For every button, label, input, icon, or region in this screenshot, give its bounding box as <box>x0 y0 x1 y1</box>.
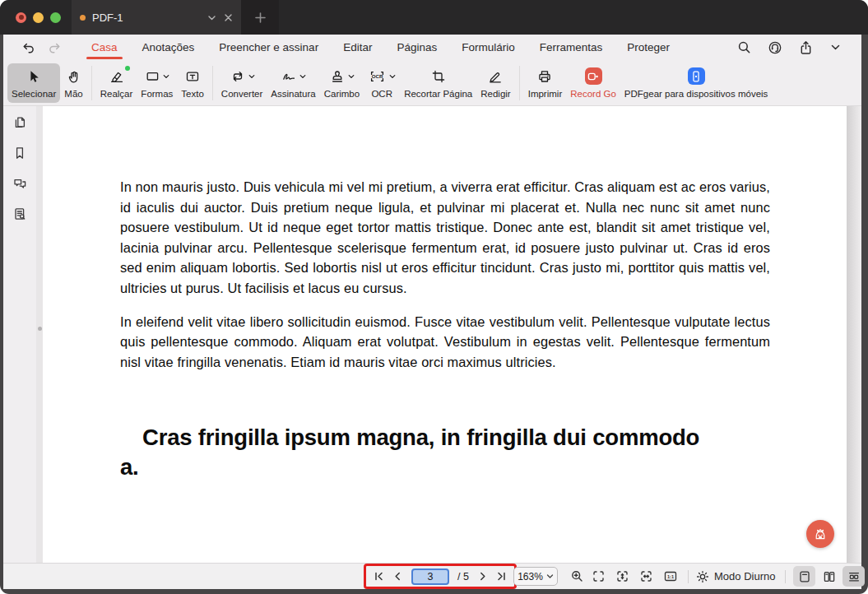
carimbo-button[interactable]: Carimbo <box>320 63 364 103</box>
next-page-button[interactable] <box>477 571 488 582</box>
redigir-button[interactable]: Redigir <box>476 63 514 103</box>
vertical-scrollbar[interactable] <box>847 106 861 563</box>
maximize-window-button[interactable] <box>50 12 61 23</box>
actual-size-button[interactable]: 1:1 <box>664 570 677 582</box>
imprimir-label: Imprimir <box>528 89 563 99</box>
chevron-down-icon <box>299 73 306 80</box>
converter-label: Converter <box>221 89 263 99</box>
chevron-down-icon <box>389 73 396 80</box>
record-go-button[interactable]: Record Go <box>566 63 620 103</box>
toolbar-divider <box>212 66 213 100</box>
pdf-page[interactable]: In non mauris justo. Duis vehicula mi ve… <box>43 106 847 563</box>
text-box-icon <box>184 67 201 86</box>
history-controls <box>21 41 62 54</box>
carimbo-label: Carimbo <box>324 89 360 99</box>
ribbon-tab-proteger[interactable]: Proteger <box>622 35 675 60</box>
recortar-pagina-label: Recortar Página <box>404 89 472 99</box>
active-color-dot <box>125 66 130 71</box>
hand-icon <box>66 67 82 86</box>
document-heading: Cras fringilla ipsum magna, in fringilla… <box>120 423 770 482</box>
last-page-button[interactable] <box>496 571 507 582</box>
pdf-page-content: In non mauris justo. Duis vehicula mi ve… <box>120 177 770 482</box>
svg-text:OCR: OCR <box>372 73 383 79</box>
bookmarks-icon[interactable] <box>8 142 31 164</box>
document-paragraph-2: In eleifend velit vitae libero sollicitu… <box>120 312 770 373</box>
ribbon-tab-preencher-e-assinar[interactable]: Preencher e assinar <box>214 35 323 60</box>
zoom-level-value: 163% <box>518 571 543 582</box>
fit-controls: 1:1 <box>592 564 677 589</box>
toolbar-divider <box>91 66 92 100</box>
zoom-level-select[interactable]: 163% <box>513 567 558 586</box>
fit-page-button[interactable] <box>592 570 605 582</box>
comments-icon[interactable] <box>8 173 31 194</box>
minimize-window-button[interactable] <box>33 12 44 23</box>
crop-icon <box>430 67 447 86</box>
splitter-grip[interactable] <box>38 327 42 331</box>
undo-button[interactable] <box>21 41 35 54</box>
ribbon-tab-editar[interactable]: Editar <box>338 35 377 60</box>
document-tab[interactable]: PDF-1 <box>72 0 241 35</box>
document-paragraph-1: In non mauris justo. Duis vehicula mi ve… <box>120 177 770 299</box>
mao-button[interactable]: Mão <box>60 63 86 103</box>
stamp-icon <box>329 67 355 86</box>
selecionar-button[interactable]: Selecionar <box>7 63 60 103</box>
toolbar-divider <box>519 66 520 100</box>
realcar-button[interactable]: Realçar <box>96 63 137 103</box>
redact-pen-icon <box>487 67 504 86</box>
realcar-label: Realçar <box>100 89 133 99</box>
zoom-in-button[interactable] <box>571 570 583 582</box>
ribbon-tab-paginas[interactable]: Páginas <box>392 35 442 60</box>
shapes-icon <box>145 67 169 86</box>
previous-page-button[interactable] <box>392 571 403 582</box>
signature-icon <box>281 67 306 86</box>
search-icon[interactable] <box>737 40 751 54</box>
window-controls <box>16 12 61 23</box>
collapse-ribbon-chevron-icon[interactable] <box>829 41 842 53</box>
selecionar-label: Selecionar <box>12 89 56 99</box>
record-go-icon <box>585 67 602 86</box>
ocr-button[interactable]: OCR OCR <box>364 63 400 103</box>
titlebar: PDF-1 <box>0 0 868 35</box>
sun-icon <box>696 570 709 583</box>
formas-button[interactable]: Formas <box>137 63 177 103</box>
redo-button[interactable] <box>48 41 62 54</box>
convert-icon <box>230 67 255 86</box>
share-icon[interactable] <box>799 40 813 55</box>
document-heading-line-1: Cras fringilla ipsum magna, in fringilla… <box>120 423 770 452</box>
tab-close-icon[interactable] <box>224 13 233 22</box>
ribbon-tab-anotacoes[interactable]: Anotações <box>137 35 200 60</box>
converter-button[interactable]: Converter <box>217 63 267 103</box>
redigir-label: Redigir <box>480 89 510 99</box>
panel-splitter[interactable] <box>36 106 43 563</box>
pdfgear-mobile-button[interactable]: PDFgear para dispositivos móveis <box>620 63 773 103</box>
chevron-down-icon <box>248 73 255 80</box>
support-headset-icon[interactable] <box>768 40 782 55</box>
plus-icon <box>254 12 267 24</box>
assinatura-button[interactable]: Assinatura <box>267 63 319 103</box>
printer-icon <box>536 67 553 86</box>
fit-height-button[interactable] <box>616 570 629 582</box>
page-number-input[interactable] <box>411 568 449 585</box>
imprimir-button[interactable]: Imprimir <box>524 63 567 103</box>
ribbon-tab-formulario[interactable]: Formulário <box>457 35 520 60</box>
single-page-view-button[interactable] <box>793 566 815 587</box>
tab-caret-icon[interactable] <box>207 13 216 22</box>
recortar-pagina-button[interactable]: Recortar Página <box>400 63 476 103</box>
mobile-device-icon <box>688 67 705 86</box>
fit-width-button[interactable] <box>640 570 652 582</box>
horizontal-scroll-view-button[interactable] <box>842 566 865 587</box>
document-heading-line-2: a. <box>120 452 770 482</box>
page-thumbnails-icon[interactable] <box>8 112 31 133</box>
chevron-down-icon <box>163 73 169 80</box>
signed-document-icon[interactable] <box>8 203 31 225</box>
texto-button[interactable]: Texto <box>177 63 208 103</box>
close-window-button[interactable] <box>16 12 26 23</box>
day-mode-button[interactable]: Modo Diurno <box>696 564 775 589</box>
ribbon-tab-casa[interactable]: Casa <box>86 35 123 60</box>
two-page-view-button[interactable] <box>818 566 840 587</box>
view-mode-controls <box>793 566 865 587</box>
ribbon-tab-ferramentas[interactable]: Ferramentas <box>535 35 608 60</box>
new-tab-button[interactable] <box>241 0 279 35</box>
first-page-button[interactable] <box>374 571 384 582</box>
ai-assistant-button[interactable] <box>806 520 834 548</box>
